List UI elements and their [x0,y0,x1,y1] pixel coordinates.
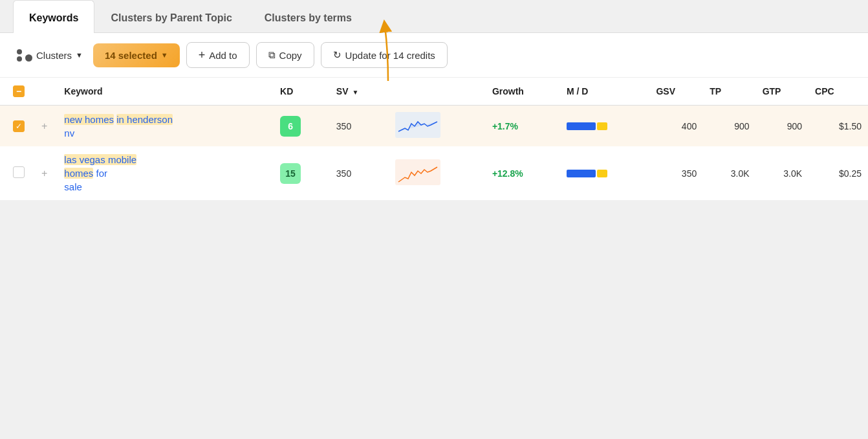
table-row: ✓ + new homes in henderson nv [0,106,868,147]
selected-button[interactable]: 14 selected ▼ [93,43,180,67]
row1-keyword-cell: new homes in henderson nv [58,106,274,147]
row1-bar-yellow [597,122,607,130]
row1-growth: +1.7% [492,121,518,131]
table-wrapper: − Keyword KD SV ▼ Growth M / D GSV TP GT… [0,78,868,200]
header-kd: KD [274,78,330,106]
header-gtp: GTP [756,78,808,106]
clusters-chevron-icon: ▼ [76,51,83,59]
tab-clusters-parent[interactable]: Clusters by Parent Topic [94,0,248,33]
row2-add-cell: + [31,146,58,200]
row2-keyword-text-1: for [96,168,108,179]
table-row: + las vegas mobile homes for sale 15 [0,146,868,200]
toolbar: Clusters ▼ 14 selected ▼ + Add to ⧉ Copy… [0,33,868,78]
row2-checkbox[interactable] [13,166,25,178]
row2-sv-cell: 350 [330,146,389,200]
header-checkbox-col: − [0,78,31,106]
keywords-table: − Keyword KD SV ▼ Growth M / D GSV TP GT… [0,78,868,200]
row1-gsv: 400 [649,106,703,147]
row2-kd-cell: 15 [274,146,330,200]
row2-bar-blue [567,170,596,177]
row1-sv: 350 [336,121,351,131]
row1-cpc: $1.50 [808,106,868,147]
row2-sv: 350 [336,168,351,179]
row2-cpc: $0.25 [808,146,868,200]
clusters-icon [17,49,32,62]
header-md: M / D [560,78,649,106]
copy-label: Copy [279,50,302,61]
plus-icon: + [199,49,206,61]
clusters-label: Clusters [36,50,72,61]
row1-sv-cell: 350 [330,106,389,147]
row1-checkbox-cell[interactable]: ✓ [0,106,31,147]
row2-keyword-cell: las vegas mobile homes for sale [58,146,274,200]
add-to-label: Add to [209,50,237,61]
row1-keyword-text-2: nv [64,128,74,139]
row1-keyword-highlight-2: in henderson [116,114,173,125]
row2-growth: +12.8% [492,168,523,179]
row1-growth-cell: +1.7% [486,106,560,147]
header-add-col [31,78,58,106]
selected-chevron-icon: ▼ [161,51,168,59]
select-all-checkbox[interactable]: − [13,85,25,97]
row2-md-cell [560,146,649,200]
row1-trend-cell [389,106,486,147]
tab-keywords[interactable]: Keywords [13,0,94,33]
copy-button[interactable]: ⧉ Copy [256,42,314,68]
header-gsv: GSV [649,78,703,106]
refresh-icon: ↻ [333,49,342,61]
row1-md-bar [567,122,643,130]
selected-label: 14 selected [105,50,157,61]
header-cpc: CPC [808,78,868,106]
row1-add-button[interactable]: + [38,119,51,133]
update-button[interactable]: ↻ Update for 14 credits [321,42,448,68]
row2-gsv: 350 [649,146,703,200]
row2-keyword-text-2: sale [64,181,82,192]
tabs-bar: Keywords Clusters by Parent Topic Cluste… [0,0,868,33]
row1-kd-cell: 6 [274,106,330,147]
row1-keyword[interactable]: new homes in henderson nv [64,113,267,140]
sv-sort-icon: ▼ [352,89,358,96]
update-label: Update for 14 credits [345,50,435,61]
header-growth: Growth [486,78,560,106]
row2-trend-cell [389,146,486,200]
row2-keyword-highlight-1: las vegas mobile [64,154,136,165]
add-to-button[interactable]: + Add to [186,42,250,68]
row1-tp: 900 [703,106,755,147]
row2-trend-chart [395,159,440,185]
table-header-row: − Keyword KD SV ▼ Growth M / D GSV TP GT… [0,78,868,106]
row1-checkbox[interactable]: ✓ [13,120,25,132]
row2-checkbox-cell[interactable] [0,146,31,200]
header-keyword: Keyword [58,78,274,106]
row2-add-button[interactable]: + [38,166,51,180]
tab-clusters-terms[interactable]: Clusters by terms [248,0,368,33]
row1-bar-blue [567,122,596,130]
row1-md-cell [560,106,649,147]
header-tp: TP [703,78,755,106]
row2-md-bar [567,170,643,177]
row1-add-cell: + [31,106,58,147]
clusters-button[interactable]: Clusters ▼ [13,47,87,64]
row2-keyword-highlight-2: homes [64,168,93,179]
row1-keyword-highlight-1: new homes [64,114,114,125]
row2-tp: 3.0K [703,146,755,200]
header-trend [389,78,486,106]
row1-gtp: 900 [756,106,808,147]
row2-bar-yellow [597,170,607,177]
svg-rect-1 [395,159,440,185]
row2-keyword[interactable]: las vegas mobile homes for sale [64,153,267,194]
row2-gtp: 3.0K [756,146,808,200]
row1-trend-chart [395,112,440,138]
header-sv[interactable]: SV ▼ [330,78,389,106]
row2-growth-cell: +12.8% [486,146,560,200]
copy-icon: ⧉ [268,49,276,61]
row2-kd-badge: 15 [280,163,301,184]
row1-kd-badge: 6 [280,116,301,137]
